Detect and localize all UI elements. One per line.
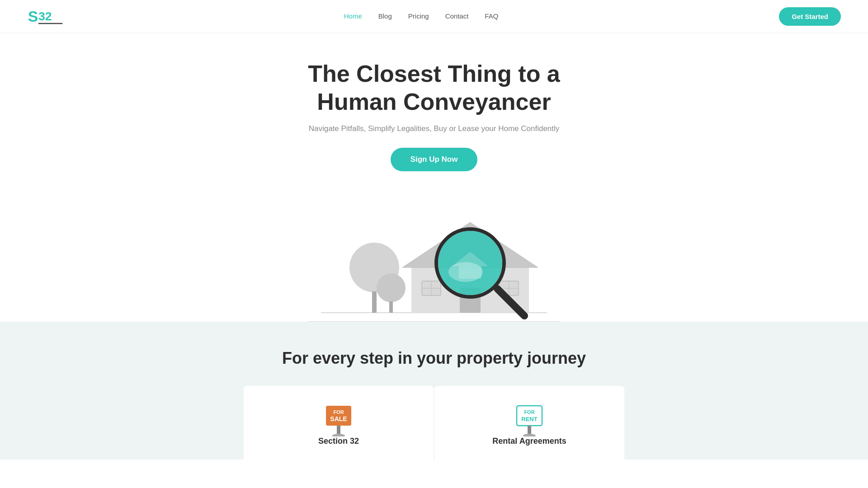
nav-links: Home Blog Pricing Contact FAQ <box>344 12 499 20</box>
get-started-button[interactable]: Get Started <box>779 7 841 26</box>
for-sale-icon: FOR SALE <box>324 404 353 436</box>
card1-label: Section 32 <box>318 436 359 446</box>
house-illustration <box>307 193 561 319</box>
card-rental: FOR RENT Rental Agreements <box>434 386 624 460</box>
for-rent-icon: FOR RENT <box>515 404 544 436</box>
navbar: S 32 Home Blog Pricing Contact FAQ Get S… <box>0 0 868 33</box>
sign-up-button[interactable]: Sign Up Now <box>391 148 478 171</box>
cards-row: FOR SALE Section 32 FOR RENT <box>27 386 841 460</box>
hero-divider <box>307 321 561 322</box>
svg-text:S: S <box>28 8 38 25</box>
hero-illustration <box>307 193 561 322</box>
logo-svg: S 32 <box>27 6 63 26</box>
hero-section: The Closest Thing to a Human Conveyancer… <box>0 33 868 322</box>
nav-item-pricing[interactable]: Pricing <box>408 12 429 20</box>
svg-rect-7 <box>389 301 393 313</box>
svg-point-6 <box>377 273 406 302</box>
svg-text:FOR: FOR <box>524 409 534 415</box>
svg-text:RENT: RENT <box>521 416 537 422</box>
hero-title: The Closest Thing to a Human Conveyancer <box>276 60 592 116</box>
property-journey-section: For every step in your property journey … <box>0 322 868 460</box>
nav-item-faq[interactable]: FAQ <box>485 12 498 20</box>
svg-text:SALE: SALE <box>330 415 347 422</box>
section2-title: For every step in your property journey <box>27 349 841 368</box>
svg-text:FOR: FOR <box>333 409 344 415</box>
nav-item-contact[interactable]: Contact <box>445 12 469 20</box>
svg-rect-23 <box>459 266 481 279</box>
card2-label: Rental Agreements <box>492 436 566 446</box>
nav-item-home[interactable]: Home <box>344 12 362 20</box>
svg-rect-5 <box>372 291 377 313</box>
logo[interactable]: S 32 <box>27 6 63 26</box>
nav-item-blog[interactable]: Blog <box>378 12 392 20</box>
svg-text:32: 32 <box>38 9 52 23</box>
card-section32: FOR SALE Section 32 <box>244 386 434 460</box>
hero-subtitle: Navigate Pitfalls, Simplify Legalities, … <box>309 124 560 133</box>
